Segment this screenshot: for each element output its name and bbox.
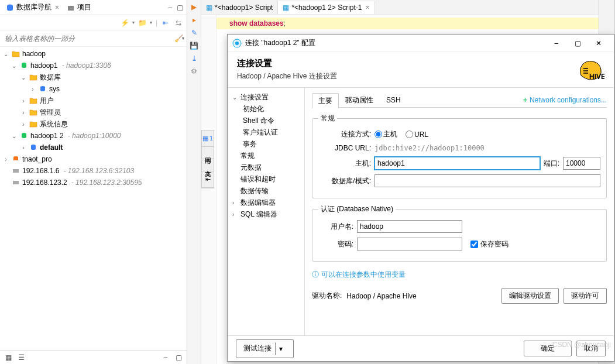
- svg-rect-18: [13, 169, 19, 173]
- nav-data-transfer[interactable]: 数据传输: [229, 185, 303, 197]
- code-line: show databases;: [201, 18, 599, 29]
- edit-driver-button[interactable]: 编辑驱动设置: [501, 288, 559, 304]
- tab-project[interactable]: 项目: [63, 1, 95, 14]
- nav-general[interactable]: 常规: [229, 150, 303, 162]
- window-close-button[interactable]: ✕: [588, 35, 609, 51]
- connection-icon: [11, 178, 20, 187]
- password-input[interactable]: [357, 238, 462, 250]
- nav-sql-editor[interactable]: ›SQL 编辑器: [229, 208, 303, 220]
- app-icon: [232, 39, 242, 48]
- label-password: 密码:: [318, 239, 353, 249]
- radio-url[interactable]: URL: [406, 131, 428, 139]
- search-input[interactable]: [2, 32, 174, 45]
- tree-folder-users[interactable]: › 用户: [0, 95, 187, 107]
- connection-icon: [11, 154, 20, 164]
- ok-button[interactable]: 确定: [524, 341, 572, 356]
- form-tab-main[interactable]: 主要: [312, 93, 339, 108]
- nav-client-auth[interactable]: 客户端认证: [229, 126, 303, 138]
- info-icon[interactable]: ☰: [16, 353, 26, 362]
- close-icon[interactable]: ×: [55, 4, 59, 12]
- chevron-right-icon: ›: [20, 98, 27, 104]
- window-minimize-button[interactable]: ‒: [546, 35, 567, 51]
- radio-host[interactable]: 主机: [375, 129, 397, 139]
- driver-row: 驱动名称: Hadoop / Apache Hive 编辑驱动设置 驱动许可: [312, 288, 607, 304]
- nav-data-editor[interactable]: ›数据编辑器: [229, 197, 303, 208]
- editor-tab-script2[interactable]: ▦ *<hadoop1 2> Script-1 ×: [278, 1, 375, 14]
- grid-icon-tab[interactable]: ▦ 1: [202, 131, 214, 147]
- save-icon[interactable]: 💾: [190, 41, 199, 50]
- minimize-icon[interactable]: ‒: [166, 3, 175, 12]
- maximize-icon[interactable]: ▢: [174, 353, 183, 362]
- tree-folder-sysinfo[interactable]: › 系统信息: [0, 118, 187, 130]
- collapse-icon-tab[interactable]: ⇤: [202, 171, 214, 188]
- minimize-icon[interactable]: ‒: [161, 353, 170, 362]
- driver-license-button[interactable]: 驱动许可: [564, 288, 607, 304]
- save-password-checkbox[interactable]: 保存密码: [470, 239, 509, 249]
- form-tab-driver-props[interactable]: 驱动属性: [339, 92, 380, 108]
- text-side-tab[interactable]: 文本: [202, 159, 214, 171]
- network-config-link[interactable]: Network configurations...: [523, 96, 607, 104]
- nav-metadata[interactable]: 元数据: [229, 162, 303, 173]
- nav-shell[interactable]: Shell 命令: [229, 115, 303, 126]
- run-step-icon[interactable]: ▸: [190, 15, 199, 25]
- tree-conn-hadoop1-2[interactable]: ⌄ hadoop1 2 - hadoop1:10000: [0, 130, 187, 142]
- tab-db-navigator[interactable]: 数据库导航 ×: [2, 1, 63, 14]
- load-icon[interactable]: ⤓: [190, 54, 199, 63]
- radio-host-input[interactable]: [375, 131, 382, 138]
- project-icon[interactable]: ▦: [4, 353, 13, 362]
- editor-tab-script1[interactable]: ▦ *<hadoop1> Script: [201, 1, 278, 14]
- port-input[interactable]: [563, 157, 600, 170]
- nav-trans[interactable]: 事务: [229, 138, 303, 150]
- tree-conn-192-168-123-2[interactable]: 192.168.123.2 - 192.168.123.2:30595: [0, 177, 187, 188]
- database-icon: [29, 143, 38, 152]
- tree-db-sys[interactable]: › sys: [0, 83, 187, 95]
- chevron-down-icon: ▾: [275, 342, 286, 355]
- tree-conn-tnaot[interactable]: › tnaot_pro: [0, 153, 187, 165]
- form-tab-ssh[interactable]: SSH: [380, 93, 407, 107]
- folder-icon[interactable]: 📁: [138, 18, 147, 28]
- test-connection-button[interactable]: 测试连接▾: [236, 339, 294, 358]
- tree-folder-hadoop[interactable]: ⌄ hadoop: [0, 48, 187, 60]
- tab-project-label: 项目: [77, 2, 91, 12]
- window-maximize-button[interactable]: ▢: [567, 35, 588, 51]
- db-schema-input[interactable]: [375, 174, 600, 187]
- tree-label: hadoop1: [30, 61, 58, 70]
- tree-folder-admin[interactable]: › 管理员: [0, 107, 187, 118]
- tree-label: 192.168.1.6: [22, 167, 59, 175]
- tree-conn-192-168-1-6[interactable]: 192.168.1.6 - 192.168.123.6:32103: [0, 165, 187, 177]
- label-jdbc-url: JDBC URL:: [318, 144, 371, 152]
- label-user: 用户名:: [318, 222, 353, 232]
- sql-file-icon: ▦: [206, 4, 212, 12]
- tab-db-nav-label: 数据库导航: [16, 2, 51, 12]
- connection-dialog: 连接 "hadoop1 2" 配置 ‒ ▢ ✕ 连接设置 Hadoop / Ap…: [227, 34, 614, 362]
- tree-db-default[interactable]: › default: [0, 142, 187, 153]
- dialog-body: ⌄连接设置 初始化 Shell 命令 客户端认证 事务 常规 元数据 错误和超时…: [228, 88, 614, 335]
- user-input[interactable]: [357, 220, 462, 233]
- cancel-button[interactable]: 取消: [576, 341, 606, 356]
- left-tab-bar: 数据库导航 × 项目 ‒ ▢: [0, 0, 187, 15]
- nav-init[interactable]: 初始化: [229, 103, 303, 115]
- collapse-icon[interactable]: ⇤: [161, 18, 170, 28]
- close-icon[interactable]: ×: [366, 4, 370, 12]
- tree-conn-hadoop1[interactable]: ⌄ hadoop1 - hadoop1:3306: [0, 60, 187, 71]
- nav-errors[interactable]: 错误和超时: [229, 173, 303, 185]
- label-port: 端口:: [544, 159, 559, 169]
- tree-folder-databases[interactable]: ⌄ 数据库: [0, 71, 187, 83]
- explain-icon[interactable]: ✎: [190, 28, 199, 37]
- run-icon[interactable]: ▶: [190, 2, 199, 12]
- label-driver-name: 驱动名称:: [312, 291, 342, 301]
- save-password-input[interactable]: [470, 241, 478, 248]
- editor-left-side-tabs: ▦ 1 网络 文本 ⇤: [201, 130, 214, 188]
- host-input[interactable]: [375, 157, 540, 170]
- plug-icon[interactable]: ⚡: [121, 18, 130, 28]
- settings-icon[interactable]: ⚙: [190, 67, 199, 76]
- connection-icon: [19, 131, 29, 140]
- svg-point-6: [22, 66, 26, 68]
- link-icon[interactable]: ⇆: [174, 18, 183, 28]
- dialog-titlebar[interactable]: 连接 "hadoop1 2" 配置 ‒ ▢ ✕: [228, 35, 614, 52]
- nav-conn-settings[interactable]: ⌄连接设置: [229, 91, 303, 103]
- variables-info-link[interactable]: 可以在连接参数中使用变量: [312, 270, 607, 280]
- network-side-tab[interactable]: 网络: [202, 147, 214, 159]
- radio-url-input[interactable]: [406, 131, 413, 138]
- maximize-icon[interactable]: ▢: [175, 3, 184, 12]
